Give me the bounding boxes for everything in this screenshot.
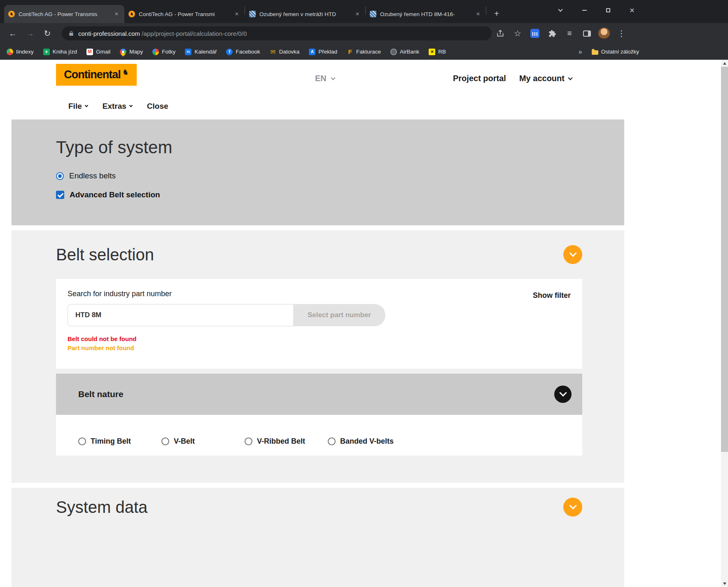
profile-avatar[interactable]	[595, 25, 613, 42]
chevron-down-icon	[569, 502, 576, 509]
menu-file[interactable]: File	[68, 102, 88, 111]
iindexy-icon	[7, 49, 13, 55]
bookmark-fotky[interactable]: Fotky	[152, 49, 175, 55]
bookmark-preklad[interactable]: A Překlad	[309, 49, 337, 55]
logo-horse-icon: ♞	[122, 68, 129, 77]
scroll-up-button[interactable]	[721, 60, 728, 67]
bookmark-fakturace[interactable]: F Fakturace	[347, 49, 381, 55]
lock-icon	[68, 30, 74, 36]
bookmark-label: AirBank	[400, 49, 419, 55]
menu-close[interactable]: Close	[147, 102, 168, 111]
tab-contitech-1[interactable]: ♞ ContiTech AG - Power Transmis ✕	[4, 5, 124, 23]
timing-belt-radio[interactable]: Timing Belt	[78, 427, 161, 456]
browser-window: ♞ ContiTech AG - Power Transmis ✕ ♞ Cont…	[0, 0, 728, 587]
tab-close-icon[interactable]: ✕	[354, 10, 361, 18]
select-part-number-button[interactable]: Select part number	[293, 304, 385, 326]
bookmark-iindexy[interactable]: Iindexy	[7, 49, 34, 55]
tab-belt-shop-2[interactable]: Ozubený řemen HTD 8M-416- ✕	[366, 5, 486, 23]
chevron-down-icon	[568, 75, 572, 80]
header-links: Project portal My account	[453, 74, 572, 83]
reading-list-icon[interactable]: ≡	[561, 25, 578, 42]
page-scrollbar[interactable]	[721, 60, 728, 587]
browser-menu-icon[interactable]: ⋮	[613, 25, 630, 42]
bookmark-kniha-jizd[interactable]: + Kniha jízd	[43, 49, 77, 55]
reload-icon[interactable]: ↻	[39, 25, 56, 42]
belt-shop-favicon	[370, 11, 376, 17]
menu-file-label: File	[68, 102, 82, 111]
language-selector[interactable]: EN	[315, 74, 335, 83]
tab-contitech-2[interactable]: ♞ ContiTech AG - Power Transmi ✕	[124, 5, 245, 23]
tab-belt-shop-1[interactable]: Ozubený řemen v metráži HTD ✕	[245, 5, 365, 23]
radio-icon[interactable]	[161, 437, 169, 445]
navigation-bar: ← → ↻ conti-professional.com /app/projec…	[0, 23, 728, 44]
raiffeisen-icon: ✕	[429, 49, 435, 55]
bookmark-mapy[interactable]: Mapy	[120, 49, 143, 55]
radio-icon[interactable]	[328, 437, 336, 445]
my-account-link[interactable]: My account	[519, 74, 572, 83]
minimize-button[interactable]	[572, 2, 596, 19]
chevron-down-icon	[331, 75, 335, 80]
share-icon[interactable]	[492, 25, 509, 42]
maximize-button[interactable]	[596, 2, 620, 19]
pinned-extension-icon[interactable]	[526, 25, 544, 42]
bookmarks-overflow-icon[interactable]: »	[579, 48, 582, 56]
tab-close-icon[interactable]: ✕	[474, 10, 482, 18]
bookmark-facebook[interactable]: f Facebook	[226, 49, 260, 55]
triangle-down-icon	[723, 582, 726, 585]
radio-icon[interactable]	[245, 437, 252, 445]
checkbox-checked-icon[interactable]	[56, 191, 64, 199]
v-belt-radio[interactable]: V-Belt	[161, 427, 245, 456]
menu-extras-label: Extras	[103, 102, 126, 111]
radio-selected-icon[interactable]	[56, 172, 64, 180]
endless-belts-label: Endless belts	[69, 171, 116, 180]
bookmark-kalendar[interactable]: 31 Kalendář	[185, 49, 217, 55]
conti-professional-page: Continental ♞ EN Project portal My accou…	[0, 60, 721, 587]
belt-nature-options: Timing Belt V-Belt V-Ribbed Belt Banded …	[56, 415, 582, 456]
v-belt-label: V-Belt	[174, 437, 195, 446]
extensions-puzzle-icon[interactable]	[544, 25, 561, 42]
belt-nature-header[interactable]: Belt nature	[56, 374, 582, 415]
belt-selection-title: Belt selection	[56, 246, 154, 264]
endless-belts-radio[interactable]: Endless belts	[56, 171, 582, 180]
belt-not-found-error: Belt could not be found	[68, 335, 571, 342]
new-tab-button[interactable]: +	[490, 7, 503, 20]
tab-title: ContiTech AG - Power Transmi	[139, 11, 231, 17]
bookmark-airbank[interactable]: AirBank	[390, 49, 419, 55]
scrollbar-thumb[interactable]	[721, 67, 728, 452]
bookmark-label: Kalendář	[194, 49, 217, 55]
banded-v-belts-radio[interactable]: Banded V-belts	[328, 427, 411, 456]
bookmark-datovka[interactable]: ✉ Datovka	[270, 49, 300, 55]
bookmark-star-icon[interactable]: ☆	[509, 25, 526, 42]
radio-icon[interactable]	[78, 437, 86, 445]
url-path: /app/project-portal/calculation-core/0/0	[142, 30, 247, 37]
belt-nature-collapse-button[interactable]	[554, 386, 572, 403]
bookmark-label: Kniha jízd	[53, 49, 77, 55]
v-ribbed-belt-radio[interactable]: V-Ribbed Belt	[245, 427, 328, 456]
menu-extras[interactable]: Extras	[103, 102, 132, 111]
system-data-collapse-button[interactable]	[563, 498, 582, 517]
address-bar[interactable]: conti-professional.com /app/project-port…	[62, 26, 492, 40]
continental-logo[interactable]: Continental ♞	[56, 64, 137, 86]
part-number-input[interactable]	[68, 304, 293, 326]
belt-shop-favicon	[249, 11, 256, 17]
side-panel-icon[interactable]	[578, 25, 595, 42]
tab-close-icon[interactable]: ✕	[113, 10, 120, 18]
bookmark-label: Iindexy	[16, 49, 34, 55]
show-filter-link[interactable]: Show filter	[533, 291, 571, 300]
page-viewport: Continental ♞ EN Project portal My accou…	[0, 60, 728, 587]
window-menu-chevron-icon[interactable]	[548, 2, 572, 19]
advanced-belt-selection-checkbox[interactable]: Advanced Belt selection	[56, 190, 582, 199]
continental-horse-glyph: ♞	[10, 12, 14, 16]
bookmark-gmail[interactable]: M Gmail	[86, 49, 110, 55]
project-portal-link[interactable]: Project portal	[453, 74, 506, 83]
belt-selection-collapse-button[interactable]	[563, 245, 582, 264]
continental-horse-glyph: ♞	[130, 12, 134, 16]
bookmark-label: Fotky	[162, 49, 175, 55]
back-icon[interactable]: ←	[4, 25, 21, 42]
tab-close-icon[interactable]: ✕	[233, 10, 240, 18]
bookmark-rb[interactable]: ✕ RB	[429, 49, 446, 55]
close-button[interactable]: ✕	[620, 2, 644, 19]
other-bookmarks[interactable]: Ostatní záložky	[592, 49, 639, 55]
scroll-down-button[interactable]	[721, 580, 728, 587]
forward-icon[interactable]: →	[21, 25, 39, 42]
